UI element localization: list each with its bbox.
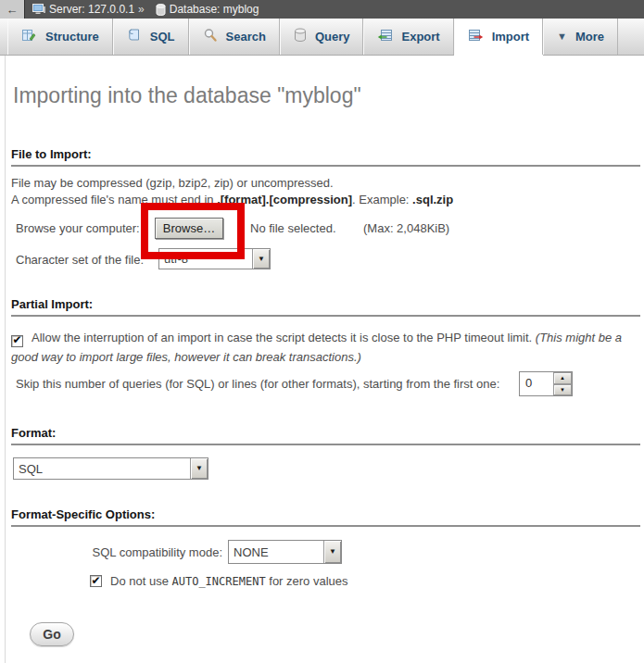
- file-info-line1: File may be compressed (gzip, bzip2, zip…: [11, 176, 334, 190]
- breadcrumb-database[interactable]: Database: myblog: [170, 3, 259, 16]
- tab-query[interactable]: Query: [280, 19, 364, 55]
- tab-sql-label: SQL: [150, 30, 175, 44]
- sql-compat-select-value: NONE: [229, 541, 323, 563]
- file-info-line2: A compressed file's name must end in .[f…: [11, 193, 453, 206]
- charset-label: Character set of the file:: [16, 253, 144, 267]
- section-title-format-options: Format-Specific Options:: [11, 507, 640, 527]
- breadcrumb-server[interactable]: Server: 127.0.0.1: [49, 3, 134, 16]
- autoinc-checkbox[interactable]: ✔: [90, 575, 102, 587]
- charset-select[interactable]: utf-8 ▼: [158, 248, 271, 269]
- tab-more-label: More: [575, 30, 604, 44]
- sql-compat-select-arrow[interactable]: ▼: [323, 541, 341, 563]
- tab-query-label: Query: [315, 30, 350, 44]
- allow-interruption-checkbox[interactable]: ✔: [11, 335, 23, 347]
- charset-select-arrow[interactable]: ▼: [252, 249, 270, 269]
- page-title: Importing into the database "myblog": [13, 83, 361, 108]
- tab-structure[interactable]: Structure: [7, 19, 113, 55]
- format-select-value: SQL: [14, 458, 190, 479]
- back-button[interactable]: ←: [0, 0, 25, 19]
- dropdown-arrow-icon: ▼: [329, 548, 336, 556]
- autoinc-option: ✔ Do not use AUTO_INCREMENT for zero val…: [90, 574, 348, 588]
- file-status: No file selected.: [250, 221, 336, 235]
- tab-structure-label: Structure: [45, 30, 99, 44]
- import-icon: [468, 28, 484, 45]
- checkmark-icon: ✔: [12, 334, 21, 345]
- sql-compat-select[interactable]: NONE ▼: [228, 540, 342, 564]
- tab-more[interactable]: ▼ More: [543, 19, 618, 55]
- tab-bar: Structure SQL Search: [0, 19, 644, 56]
- browse-label: Browse your computer:: [16, 221, 140, 235]
- tab-search-label: Search: [226, 30, 266, 44]
- chevron-down-icon: ▼: [557, 31, 567, 42]
- breadcrumb-bar: ← Server: 127.0.0.1 » Database: myblog: [0, 0, 644, 19]
- skip-queries-value: 0: [520, 372, 553, 395]
- format-select-arrow[interactable]: ▼: [190, 458, 208, 479]
- skip-queries-input[interactable]: 0 ▲ ▼: [519, 371, 573, 396]
- skip-queries-label: Skip this number of queries (for SQL) or…: [16, 377, 499, 391]
- tab-import[interactable]: Import: [454, 19, 543, 55]
- back-arrow-icon: ←: [6, 3, 19, 17]
- sql-compat-label: SQL compatibility mode:: [82, 545, 222, 559]
- go-button[interactable]: Go: [30, 622, 74, 646]
- export-icon: [377, 28, 393, 45]
- section-title-partial-import: Partial Import:: [11, 297, 640, 317]
- phpmyadmin-import-page: ← Server: 127.0.0.1 » Database: myblog: [0, 0, 644, 663]
- page-left-border: [5, 56, 6, 663]
- dropdown-arrow-icon: ▼: [258, 256, 265, 263]
- server-icon: [32, 4, 45, 16]
- charset-select-value: utf-8: [159, 249, 252, 269]
- allow-interruption-text: Allow the interruption of an import in c…: [32, 331, 536, 344]
- sql-icon: [127, 28, 142, 45]
- query-icon: [294, 28, 307, 45]
- structure-icon: [21, 28, 37, 45]
- dropdown-arrow-icon: ▼: [196, 465, 203, 472]
- partial-import-option: ✔Allow the interruption of an import in …: [11, 328, 638, 367]
- spinner-up-icon: ▲: [560, 375, 565, 381]
- spinner-down-icon: ▼: [560, 387, 565, 393]
- autoinc-text: Do not use AUTO_INCREMENT for zero value…: [110, 574, 348, 588]
- spinner-up-button[interactable]: ▲: [553, 372, 572, 384]
- tab-export[interactable]: Export: [363, 19, 453, 55]
- database-icon: [156, 4, 166, 16]
- tab-sql[interactable]: SQL: [113, 19, 189, 55]
- search-icon: [203, 28, 218, 45]
- browse-button[interactable]: Browse…: [155, 218, 223, 239]
- section-title-format: Format:: [11, 426, 640, 445]
- tab-export-label: Export: [401, 30, 439, 44]
- tab-import-label: Import: [492, 30, 529, 44]
- section-title-file-to-import: File to Import:: [11, 147, 640, 167]
- checkmark-icon: ✔: [91, 575, 100, 586]
- spinner-down-button[interactable]: ▼: [553, 384, 572, 396]
- breadcrumb-separator: »: [138, 3, 145, 16]
- max-size: (Max: 2,048KiB): [363, 221, 449, 235]
- tab-search[interactable]: Search: [189, 19, 280, 55]
- format-select[interactable]: SQL ▼: [13, 457, 208, 480]
